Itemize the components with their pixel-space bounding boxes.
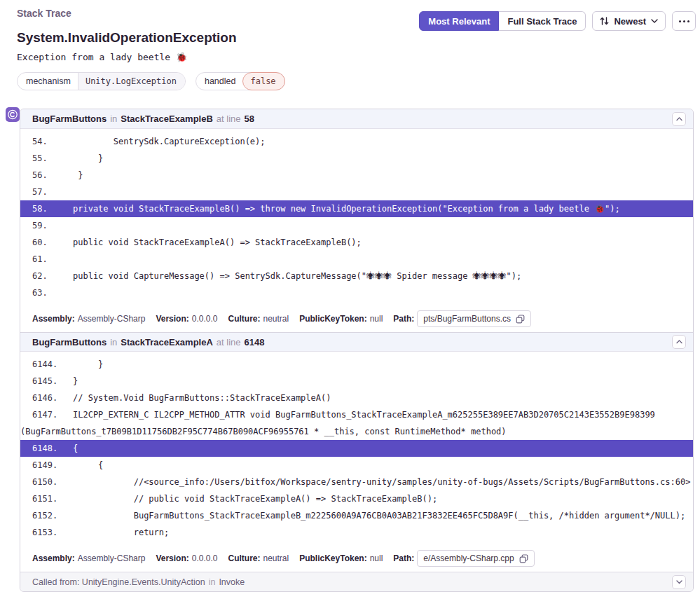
copy-icon bbox=[516, 315, 525, 324]
ellipsis-icon bbox=[679, 20, 689, 22]
stack-trace-card: BugFarmButtons in StackTraceExampleB at … bbox=[20, 109, 694, 592]
tag-key: handled bbox=[196, 73, 243, 90]
version-label: Version: bbox=[156, 314, 188, 324]
path-value: pts/BugFarmButtons.cs bbox=[423, 314, 511, 324]
code-text: // System.Void BugFarmButtons::StackTrac… bbox=[73, 393, 331, 403]
line-number: 6148. bbox=[20, 440, 73, 457]
code-line: 59. bbox=[20, 217, 693, 234]
line-number: 54. bbox=[20, 133, 73, 150]
code-line: 55. } bbox=[20, 150, 693, 167]
code-line: 6149. { bbox=[20, 457, 693, 474]
tag-value: Unity.LogException bbox=[78, 73, 185, 90]
copy-icon bbox=[519, 554, 528, 563]
code-line-highlighted: 6148.{ bbox=[20, 440, 693, 457]
sort-button[interactable]: Newest bbox=[592, 11, 666, 31]
exception-message: Exception from a lady beetle 🐞 bbox=[17, 52, 700, 62]
publickeytoken-value: null bbox=[370, 314, 383, 324]
code-line: 6152. BugFarmButtons_StackTraceExampleB_… bbox=[20, 507, 693, 524]
culture-label: Culture: bbox=[228, 553, 260, 563]
toolbar: Most Relevant Full Stack Trace Newest bbox=[419, 11, 696, 31]
code-line: 56. } bbox=[20, 167, 693, 184]
culture-value: neutral bbox=[263, 553, 289, 563]
assembly-label: Assembly: bbox=[32, 553, 75, 563]
line-number: 6152. bbox=[20, 507, 73, 524]
called-from-in-word: in bbox=[209, 577, 216, 587]
code-text: BugFarmButtons_StackTraceExampleB_m22256… bbox=[73, 511, 685, 521]
line-number: 55. bbox=[20, 150, 73, 167]
frame-module: BugFarmButtons bbox=[32, 337, 107, 347]
code-line: 6153. return; bbox=[20, 524, 693, 541]
stack-frame-2: BugFarmButtons in StackTraceExampleA at … bbox=[20, 332, 693, 572]
code-text: { bbox=[73, 443, 78, 453]
line-number: 61. bbox=[20, 251, 73, 268]
line-number: 6150. bbox=[20, 474, 73, 490]
frame-atline-word: at line bbox=[217, 113, 241, 124]
tags-row: mechanism Unity.LogException handled fal… bbox=[17, 72, 700, 90]
version-value: 0.0.0.0 bbox=[192, 553, 218, 563]
code-text: } bbox=[73, 359, 103, 369]
code-line: 63. bbox=[20, 284, 693, 301]
frame-header-1[interactable]: BugFarmButtons in StackTraceExampleB at … bbox=[20, 109, 693, 129]
view-toggle: Most Relevant Full Stack Trace bbox=[419, 11, 586, 31]
line-number: 56. bbox=[20, 167, 73, 184]
exception-type-title: System.InvalidOperationException bbox=[17, 30, 700, 46]
path-copy-field[interactable]: e/Assembly-CSharp.cpp bbox=[417, 550, 534, 567]
frame-line-number: 58 bbox=[245, 113, 254, 124]
frame-function: StackTraceExampleB bbox=[121, 113, 213, 124]
tag-handled[interactable]: handled false bbox=[195, 72, 285, 90]
path-value: e/Assembly-CSharp.cpp bbox=[423, 553, 514, 563]
code-context: 54. SentrySdk.CaptureException(e); 55. }… bbox=[20, 129, 693, 305]
chevron-down-icon bbox=[651, 19, 658, 23]
code-text: private void StackTraceExampleB() => thr… bbox=[73, 204, 620, 214]
code-line: 6147.IL2CPP_EXTERN_C IL2CPP_METHOD_ATTR … bbox=[20, 406, 693, 440]
frame-in-word: in bbox=[110, 337, 117, 347]
tag-mechanism[interactable]: mechanism Unity.LogException bbox=[17, 72, 186, 90]
code-text: IL2CPP_EXTERN_C IL2CPP_METHOD_ATTR void … bbox=[20, 410, 660, 436]
line-number: 59. bbox=[20, 217, 73, 234]
full-stack-trace-button[interactable]: Full Stack Trace bbox=[499, 11, 586, 31]
code-text: } bbox=[73, 376, 78, 386]
line-number: 6153. bbox=[20, 524, 73, 541]
path-copy-field[interactable]: pts/BugFarmButtons.cs bbox=[417, 310, 531, 327]
assembly-info-row: Assembly:Assembly-CSharp Version:0.0.0.0… bbox=[20, 305, 693, 332]
code-line: 6144. } bbox=[20, 356, 693, 373]
assembly-value: Assembly-CSharp bbox=[78, 553, 146, 563]
collapse-frame-button[interactable] bbox=[672, 112, 686, 126]
line-number: 62. bbox=[20, 268, 73, 284]
code-line: 61. bbox=[20, 251, 693, 268]
called-from-label: Called from: UnityEngine.Events.UnityAct… bbox=[32, 577, 205, 587]
frame-in-word: in bbox=[110, 113, 117, 124]
assembly-value: Assembly-CSharp bbox=[78, 314, 146, 324]
sort-label: Newest bbox=[614, 16, 646, 27]
line-number: 63. bbox=[20, 284, 73, 301]
code-line: 6146.// System.Void BugFarmButtons::Stac… bbox=[20, 390, 693, 406]
line-number: 6146. bbox=[20, 390, 73, 406]
csharp-platform-icon bbox=[6, 107, 20, 122]
code-line: 6151. // public void StackTraceExampleA(… bbox=[20, 490, 693, 507]
line-number: 6144. bbox=[20, 356, 73, 373]
line-number: 60. bbox=[20, 234, 73, 251]
sort-arrows-icon bbox=[600, 16, 609, 26]
assembly-info-row: Assembly:Assembly-CSharp Version:0.0.0.0… bbox=[20, 545, 693, 572]
called-from-row[interactable]: Called from: UnityEngine.Events.UnityAct… bbox=[20, 572, 693, 591]
culture-value: neutral bbox=[263, 314, 289, 324]
path-label: Path: bbox=[393, 553, 414, 563]
code-line: 57. bbox=[20, 184, 693, 200]
expand-frame-button[interactable] bbox=[672, 575, 686, 589]
chevron-up-icon bbox=[676, 117, 682, 121]
publickeytoken-label: PublicKeyToken: bbox=[299, 553, 366, 563]
frame-header-2[interactable]: BugFarmButtons in StackTraceExampleA at … bbox=[20, 332, 693, 352]
line-number: 57. bbox=[20, 184, 73, 200]
code-text: } bbox=[73, 153, 103, 163]
most-relevant-button[interactable]: Most Relevant bbox=[419, 11, 499, 31]
code-text: //<source_info:/Users/bitfox/Workspace/s… bbox=[73, 477, 690, 487]
publickeytoken-value: null bbox=[370, 553, 383, 563]
frame-function: StackTraceExampleA bbox=[121, 337, 213, 347]
code-text: SentrySdk.CaptureException(e); bbox=[73, 137, 266, 146]
line-number: 6151. bbox=[20, 490, 73, 507]
more-options-button[interactable] bbox=[672, 11, 696, 31]
assembly-label: Assembly: bbox=[32, 314, 75, 324]
publickeytoken-label: PublicKeyToken: bbox=[299, 314, 366, 324]
line-number: 6145. bbox=[20, 373, 73, 390]
collapse-frame-button[interactable] bbox=[672, 335, 686, 349]
